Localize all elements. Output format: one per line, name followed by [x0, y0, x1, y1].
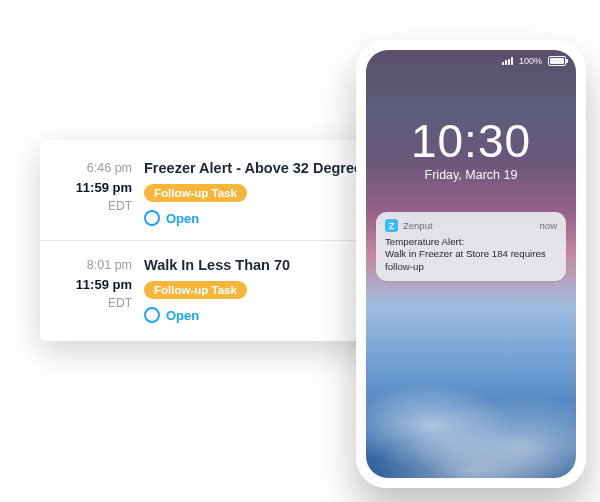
notification-time: now: [540, 220, 557, 231]
notification-title: Temperature Alert:: [385, 236, 557, 248]
battery-icon: [548, 56, 566, 66]
alert-end-time: 11:59 pm: [54, 179, 132, 197]
time-column: 8:01 pm 11:59 pm EDT: [54, 257, 144, 312]
alert-timezone: EDT: [54, 295, 132, 311]
clock-time: 10:30: [366, 118, 576, 164]
followup-badge: Follow-up Task: [144, 281, 247, 299]
push-notification[interactable]: Z Zenput now Temperature Alert: Walk in …: [376, 212, 566, 281]
open-circle-icon: [144, 210, 160, 226]
status-label: Open: [166, 308, 199, 323]
battery-percent: 100%: [519, 56, 542, 66]
alert-start-time: 6:46 pm: [54, 160, 132, 177]
app-name: Zenput: [403, 220, 433, 231]
lockscreen-clock: 10:30 Friday, March 19: [366, 118, 576, 182]
clock-date: Friday, March 19: [366, 168, 576, 182]
phone-mockup: 100% 10:30 Friday, March 19 Z Zenput now…: [356, 40, 586, 488]
wallpaper-clouds: [366, 348, 576, 478]
notification-body: Walk in Freezer at Store 184 requires fo…: [385, 248, 557, 273]
alert-timezone: EDT: [54, 198, 132, 214]
phone-status-bar: 100%: [366, 56, 576, 66]
signal-icon: [502, 57, 513, 65]
status-label: Open: [166, 211, 199, 226]
followup-badge: Follow-up Task: [144, 184, 247, 202]
app-icon: Z: [385, 219, 398, 232]
open-circle-icon: [144, 307, 160, 323]
phone-lockscreen: 100% 10:30 Friday, March 19 Z Zenput now…: [366, 50, 576, 478]
alert-end-time: 11:59 pm: [54, 276, 132, 294]
time-column: 6:46 pm 11:59 pm EDT: [54, 160, 144, 215]
alert-start-time: 8:01 pm: [54, 257, 132, 274]
